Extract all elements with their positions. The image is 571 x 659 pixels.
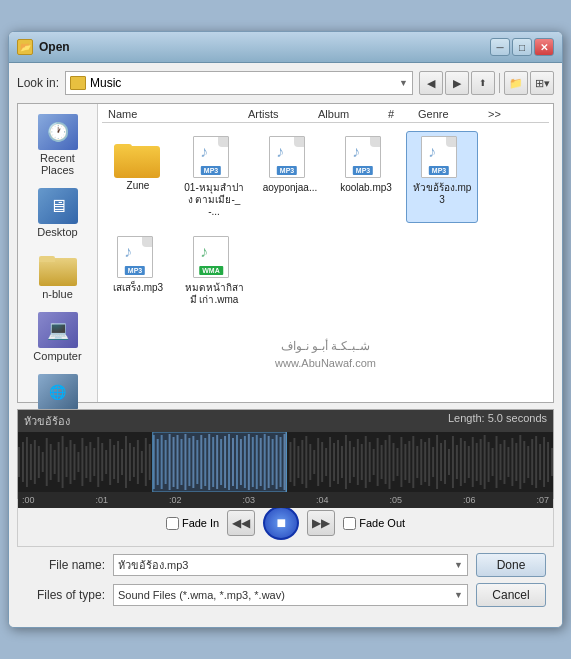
back-button[interactable]: ◀ (419, 71, 443, 95)
dialog-icon: 📂 (17, 39, 33, 55)
svg-rect-102 (420, 439, 422, 485)
svg-rect-72 (301, 440, 303, 484)
waveform-body[interactable] (18, 432, 553, 492)
svg-rect-28 (129, 443, 131, 481)
sidebar-item-nblue[interactable]: n-blue (22, 246, 94, 304)
col-album[interactable]: Album (312, 108, 382, 120)
svg-rect-4 (34, 440, 36, 484)
svg-rect-0 (18, 447, 20, 477)
fastforward-button[interactable]: ▶▶ (307, 510, 335, 536)
col-name[interactable]: Name (102, 108, 242, 120)
svg-rect-126 (515, 443, 517, 481)
svg-rect-94 (389, 435, 391, 489)
file-name: 01-หมุมสำปาง ตามเมีย-_-... (183, 182, 245, 218)
file-name: หัวขอ้ร้อง.mp3 (411, 182, 473, 206)
mp3-icon: ♪ MP3 (117, 236, 159, 280)
sidebar-item-computer[interactable]: 💻 Computer (22, 308, 94, 366)
watermark-url: www.AbuNawaf.com (102, 357, 549, 369)
fade-in-control: Fade In (166, 517, 219, 530)
views-button[interactable]: ⊞▾ (530, 71, 554, 95)
svg-rect-104 (428, 438, 430, 486)
svg-rect-6 (42, 452, 44, 472)
svg-rect-98 (404, 444, 406, 480)
svg-rect-87 (361, 444, 363, 480)
cancel-button[interactable]: Cancel (476, 583, 546, 607)
forward-button[interactable]: ▶ (445, 71, 469, 95)
svg-rect-79 (329, 437, 331, 487)
col-number[interactable]: # (382, 108, 412, 120)
separator (499, 73, 500, 93)
waveform-section: หัวขอ้ร้อง Length: 5.0 seconds (17, 409, 554, 499)
fade-out-control: Fade Out (343, 517, 405, 530)
list-item[interactable]: ♪ MP3 เสเสร็ง.mp3 (102, 231, 174, 311)
new-folder-button[interactable]: 📁 (504, 71, 528, 95)
list-item[interactable]: ♪ MP3 01-หมุมสำปาง ตามเมีย-_-... (178, 131, 250, 223)
clock-icon: 🕐 (38, 114, 78, 150)
filetype-value: Sound Files (*.wma, *.mp3, *.wav) (118, 589, 454, 601)
col-more[interactable]: >> (482, 108, 507, 120)
file-area: Name Artists Album # Genre >> Z (98, 104, 553, 402)
minimize-button[interactable]: ─ (490, 38, 510, 56)
svg-rect-129 (527, 446, 529, 478)
svg-rect-75 (313, 450, 315, 474)
svg-rect-116 (476, 443, 478, 481)
stop-button[interactable]: ■ (263, 506, 299, 540)
rewind-button[interactable]: ◀◀ (227, 510, 255, 536)
col-artists[interactable]: Artists (242, 108, 312, 120)
svg-rect-70 (293, 438, 295, 486)
svg-rect-120 (492, 448, 494, 476)
svg-rect-108 (444, 440, 446, 484)
svg-rect-127 (519, 435, 521, 489)
svg-rect-113 (464, 441, 466, 483)
file-name: หมดหน้ากิสามี เก่า.wma (183, 282, 245, 306)
list-item[interactable]: ♪ MP3 aoyponjaa... (254, 131, 326, 223)
list-item[interactable]: ♪ MP3 หัวขอ้ร้อง.mp3 (406, 131, 478, 223)
svg-rect-2 (26, 437, 28, 487)
svg-rect-93 (385, 440, 387, 484)
svg-rect-122 (500, 444, 502, 480)
svg-rect-95 (393, 443, 395, 481)
maximize-button[interactable]: □ (512, 38, 532, 56)
svg-rect-131 (535, 436, 537, 488)
ruler-mark: :05 (389, 495, 402, 505)
list-item[interactable]: ♪ WMA หมดหน้ากิสามี เก่า.wma (178, 231, 250, 311)
ruler-mark: :07 (536, 495, 549, 505)
fade-in-checkbox[interactable] (166, 517, 179, 530)
svg-rect-92 (381, 445, 383, 479)
svg-rect-76 (317, 438, 319, 486)
close-button[interactable]: ✕ (534, 38, 554, 56)
look-in-row: Look in: Music ▼ ◀ ▶ ⬆ 📁 ⊞▾ (17, 71, 554, 95)
fade-out-checkbox[interactable] (343, 517, 356, 530)
svg-rect-16 (81, 438, 83, 486)
svg-rect-89 (369, 442, 371, 482)
svg-rect-115 (472, 437, 474, 487)
svg-rect-90 (373, 449, 375, 475)
file-name: เสเสร็ง.mp3 (113, 282, 163, 294)
up-button[interactable]: ⬆ (471, 71, 495, 95)
watermark-arabic: شـبـكـة أبـو نـواف (102, 319, 549, 357)
svg-rect-85 (353, 447, 355, 477)
svg-rect-124 (507, 447, 509, 477)
svg-rect-25 (117, 441, 119, 483)
filename-combo[interactable]: หัวขอ้ร้อง.mp3 ▼ (113, 554, 468, 576)
filetype-combo[interactable]: Sound Files (*.wma, *.mp3, *.wav) ▼ (113, 584, 468, 606)
svg-rect-109 (448, 449, 450, 475)
svg-rect-105 (432, 447, 434, 477)
look-in-combo[interactable]: Music ▼ (65, 71, 413, 95)
svg-rect-18 (89, 442, 91, 482)
svg-rect-91 (377, 438, 379, 486)
list-item[interactable]: Zune (102, 131, 174, 223)
svg-rect-107 (440, 443, 442, 481)
done-button[interactable]: Done (476, 553, 546, 577)
svg-rect-21 (101, 443, 103, 481)
sidebar-item-recent[interactable]: 🕐 Recent Places (22, 110, 94, 180)
file-name: koolab.mp3 (340, 182, 392, 194)
col-genre[interactable]: Genre (412, 108, 482, 120)
sidebar-item-desktop[interactable]: 🖥 Desktop (22, 184, 94, 242)
svg-rect-133 (543, 437, 545, 487)
svg-rect-11 (62, 436, 64, 488)
svg-rect-7 (46, 438, 48, 486)
svg-rect-69 (289, 442, 291, 482)
svg-rect-82 (341, 446, 343, 478)
list-item[interactable]: ♪ MP3 koolab.mp3 (330, 131, 402, 223)
